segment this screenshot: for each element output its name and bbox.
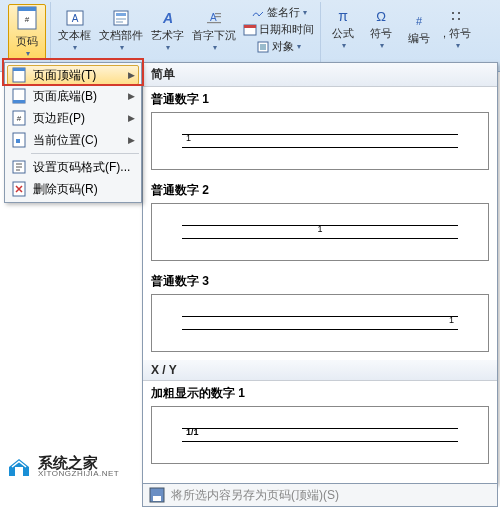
object-label: 对象 <box>272 39 294 54</box>
watermark-en: XITONGZHIJIA.NET <box>38 470 119 478</box>
number-button[interactable]: # 编号 <box>401 4 437 52</box>
chevron-down-icon: ▾ <box>213 43 217 52</box>
menu-item[interactable]: 页面顶端(T)▶ <box>7 65 139 85</box>
wordart-icon: A <box>158 8 178 28</box>
svg-text:#: # <box>17 114 22 123</box>
svg-text:#: # <box>25 15 30 24</box>
equation-label: 公式 <box>332 26 354 41</box>
svg-rect-1 <box>18 7 36 11</box>
svg-rect-8 <box>116 21 123 23</box>
gallery-item-label: 加粗显示的数字 1 <box>143 381 497 404</box>
signature-icon <box>251 6 265 20</box>
menu-item[interactable]: 删除页码(R) <box>7 178 139 200</box>
number-label: 编号 <box>408 31 430 46</box>
chevron-down-icon: ▾ <box>380 41 384 50</box>
object-button[interactable]: 对象▾ <box>241 38 316 55</box>
chevron-right-icon: ▶ <box>128 70 135 80</box>
parts-label: 文档部件 <box>99 28 143 43</box>
gallery-item-label: 普通数字 3 <box>143 269 497 292</box>
svg-rect-26 <box>13 68 25 71</box>
chevron-right-icon: ▶ <box>128 113 135 123</box>
number-icon: # <box>409 11 429 31</box>
menu-item-label: 当前位置(C) <box>33 132 98 149</box>
symbol-label: 符号 <box>370 26 392 41</box>
page-number-gallery[interactable]: 简单普通数字 11普通数字 21普通数字 31X / Y加粗显示的数字 11/1 <box>142 62 498 484</box>
wordart-label: 艺术字 <box>151 28 184 43</box>
svg-rect-12 <box>215 16 221 17</box>
chevron-down-icon: ▾ <box>303 8 307 17</box>
preview-number: 1 <box>317 224 322 234</box>
drop-cap-label: 首字下沉 <box>192 28 236 43</box>
preview-number: 1 <box>449 315 454 325</box>
svg-rect-37 <box>15 467 23 476</box>
svg-text:Ω: Ω <box>376 9 386 24</box>
svg-rect-13 <box>207 22 221 23</box>
menu-item-label: 页面底端(B) <box>33 88 97 105</box>
more-symbol-button[interactable]: , 符号 ▾ <box>439 4 475 52</box>
format-icon <box>11 159 27 175</box>
svg-point-23 <box>452 18 454 20</box>
menu-item[interactable]: 当前位置(C)▶ <box>7 129 139 151</box>
save-selection-label: 将所选内容另存为页码(顶端)(S) <box>171 487 339 504</box>
gallery-item-preview[interactable]: 1 <box>151 112 489 170</box>
svg-rect-11 <box>215 13 221 14</box>
svg-rect-17 <box>260 44 266 50</box>
page-number-button[interactable]: # 页码 ▾ <box>8 4 46 60</box>
chevron-down-icon: ▾ <box>73 43 77 52</box>
page-top-icon <box>11 67 27 83</box>
svg-rect-32 <box>16 139 20 143</box>
svg-rect-15 <box>244 25 256 28</box>
datetime-icon <box>243 23 257 37</box>
menu-separator <box>31 153 139 154</box>
symbol-button[interactable]: Ω 符号 ▾ <box>363 4 399 52</box>
menu-item-label: 删除页码(R) <box>33 181 98 198</box>
logo-icon <box>6 453 32 479</box>
page-number-menu: 页面顶端(T)▶页面底端(B)▶#页边距(P)▶当前位置(C)▶设置页码格式(F… <box>4 62 142 203</box>
svg-rect-7 <box>116 18 126 20</box>
text-box-button[interactable]: A 文本框 ▾ <box>55 4 94 55</box>
chevron-down-icon: ▾ <box>26 49 30 58</box>
svg-rect-36 <box>153 496 161 501</box>
equation-button[interactable]: π 公式 ▾ <box>325 4 361 52</box>
menu-item-label: 页边距(P) <box>33 110 85 127</box>
save-icon <box>149 487 165 503</box>
gallery-category-header: 简单 <box>143 63 497 87</box>
wordart-button[interactable]: A 艺术字 ▾ <box>148 4 187 55</box>
gallery-item-label: 普通数字 2 <box>143 178 497 201</box>
chevron-down-icon: ▾ <box>297 42 301 51</box>
drop-cap-button[interactable]: A 首字下沉 ▾ <box>189 4 239 55</box>
page-number-icon: # <box>16 6 38 34</box>
svg-rect-28 <box>13 100 25 103</box>
save-selection-row: 将所选内容另存为页码(顶端)(S) <box>142 483 498 507</box>
menu-item-label: 页面顶端(T) <box>33 67 96 84</box>
preview-number: 1 <box>186 133 191 143</box>
svg-text:#: # <box>416 15 423 27</box>
chevron-down-icon: ▾ <box>342 41 346 50</box>
gallery-item-label: 普通数字 1 <box>143 87 497 110</box>
menu-item[interactable]: #页边距(P)▶ <box>7 107 139 129</box>
chevron-right-icon: ▶ <box>128 135 135 145</box>
parts-icon <box>111 8 131 28</box>
chevron-down-icon: ▾ <box>166 43 170 52</box>
signature-label: 签名行 <box>267 5 300 20</box>
watermark: 系统之家 XITONGZHIJIA.NET <box>6 453 119 479</box>
svg-text:A: A <box>71 13 78 24</box>
signature-button[interactable]: 签名行▾ <box>241 4 316 21</box>
chevron-down-icon: ▾ <box>456 41 460 50</box>
gallery-item-preview[interactable]: 1/1 <box>151 406 489 464</box>
gallery-item-preview[interactable]: 1 <box>151 294 489 352</box>
svg-point-21 <box>452 12 454 14</box>
quick-parts-button[interactable]: 文档部件 ▾ <box>96 4 146 55</box>
text-box-label: 文本框 <box>58 28 91 43</box>
datetime-button[interactable]: 日期和时间 <box>241 21 316 38</box>
svg-rect-6 <box>116 13 126 16</box>
datetime-label: 日期和时间 <box>259 22 314 37</box>
object-icon <box>256 40 270 54</box>
svg-point-22 <box>458 12 460 14</box>
menu-item[interactable]: 设置页码格式(F)... <box>7 156 139 178</box>
gallery-item-preview[interactable]: 1 <box>151 203 489 261</box>
symbol-icon: Ω <box>371 6 391 26</box>
text-box-icon: A <box>65 8 85 28</box>
menu-item[interactable]: 页面底端(B)▶ <box>7 85 139 107</box>
drop-cap-icon: A <box>204 8 224 28</box>
